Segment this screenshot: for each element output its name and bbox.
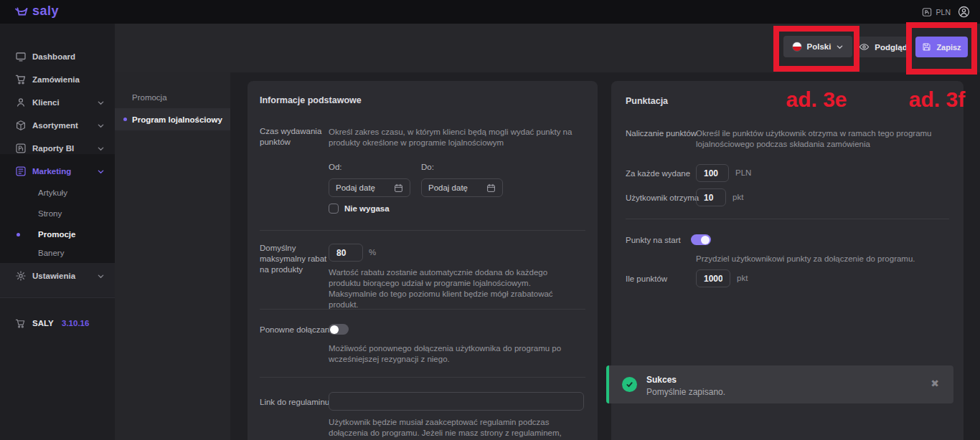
sidebar-item-marketing[interactable]: Marketing	[0, 160, 115, 183]
divider	[260, 309, 585, 310]
date-placeholder: Podaj datę	[336, 183, 375, 192]
spent-suffix: PLN	[735, 168, 751, 177]
poland-flag-icon	[792, 42, 802, 52]
sidebar-item-label: Zamówienia	[32, 75, 80, 84]
receive-suffix: pkt	[732, 193, 743, 201]
logo-text: saly	[32, 4, 59, 19]
sidebar-subitem-pages[interactable]: Strony	[0, 204, 115, 224]
never-expires-checkbox[interactable]	[329, 204, 339, 214]
topbar: saly PLN	[0, 0, 980, 24]
success-check-icon	[622, 377, 637, 392]
chevron-down-icon	[97, 99, 105, 107]
active-dot	[17, 233, 20, 236]
discount-input[interactable]	[329, 244, 363, 262]
preview-label: Podgląd	[875, 43, 907, 52]
promotion-subnav: Promocja Program lojalnościowy	[115, 72, 230, 440]
section-title: Punktacja	[626, 96, 668, 106]
sidebar-subitem-articles[interactable]: Artykuły	[0, 183, 115, 203]
chevron-down-icon	[97, 145, 105, 153]
calendar-icon[interactable]	[486, 183, 496, 193]
sidebar-subitem-label: Promocje	[38, 230, 75, 239]
sidebar-subitem-promotions[interactable]: Promocje	[0, 224, 115, 244]
app-window: saly PLN	[0, 0, 980, 440]
language-label: Polski	[807, 42, 831, 51]
floppy-icon	[922, 42, 931, 52]
field-label-terms-link: Link do regulaminu	[260, 397, 329, 408]
toast-message: Pomyślnie zapisano.	[646, 387, 725, 397]
sidebar-item-dashboard[interactable]: Dashboard	[0, 45, 115, 68]
toast-title: Sukces	[646, 375, 677, 385]
preview-button[interactable]: Podgląd	[855, 37, 911, 57]
section-title: Informacje podstawowe	[260, 95, 362, 105]
app-version: 3.10.16	[62, 319, 89, 327]
close-icon[interactable]: ✖	[930, 378, 939, 389]
sidebar-item-reports-bi[interactable]: Raporty BI	[0, 137, 115, 160]
currency-switcher[interactable]: PLN	[922, 7, 951, 17]
billing-icon	[922, 7, 932, 17]
saly-logo[interactable]: saly	[14, 4, 59, 19]
marketing-icon	[15, 166, 27, 177]
divider	[260, 230, 585, 231]
field-description: Określ zakres czasu, w którym klienci bę…	[329, 127, 573, 148]
field-description: Wartość rabatu zostanie automatycznie do…	[329, 267, 576, 310]
field-label-calc: Naliczanie punktów	[626, 128, 697, 139]
calendar-icon[interactable]	[394, 183, 403, 193]
monitor-icon	[15, 51, 27, 62]
sidebar-item-settings[interactable]: Ustawienia	[0, 264, 115, 287]
field-label-start-points: Punkty na start	[626, 235, 681, 246]
cart-icon	[15, 74, 27, 85]
spent-input[interactable]	[696, 164, 729, 182]
how-many-suffix: pkt	[737, 274, 748, 282]
sidebar-item-orders[interactable]: Zamówienia	[0, 68, 115, 91]
topbar-right: PLN	[922, 0, 970, 24]
field-label-issue-time: Czas wydawania punktów	[260, 126, 326, 148]
sidebar-item-label: Klienci	[32, 98, 60, 107]
receive-input[interactable]	[696, 188, 726, 206]
never-expires-label: Nie wygasa	[344, 204, 390, 213]
user-icon[interactable]	[958, 6, 970, 18]
subnav-item-loyalty-program[interactable]: Program lojalnościowy	[115, 108, 230, 130]
divider	[626, 219, 949, 219]
date-to-input[interactable]: Podaj datę	[421, 178, 503, 197]
date-from-input[interactable]: Podaj datę	[329, 178, 410, 197]
sidebar: Dashboard Zamówienia Klienci	[0, 24, 115, 440]
basic-info-card: Informacje podstawowe Czas wydawania pun…	[248, 81, 598, 440]
field-description: Przydziel użytkownikowi punkty za dołącz…	[696, 254, 954, 264]
cart-icon	[15, 318, 26, 329]
save-label: Zapisz	[936, 43, 961, 52]
sidebar-subitem-label: Strony	[38, 209, 62, 218]
annotation-label-3e: ad. 3e	[773, 87, 859, 112]
annotation-label-3f: ad. 3f	[897, 87, 977, 112]
subnav-item-label: Program lojalnościowy	[132, 115, 222, 124]
field-description: Określ ile punktów użytkownik otrzyma w …	[696, 128, 954, 150]
active-dot	[123, 118, 127, 121]
sidebar-item-label: Asortyment	[32, 121, 78, 130]
date-from-label: Od:	[329, 163, 342, 171]
eye-icon	[859, 42, 870, 52]
discount-suffix: %	[369, 248, 376, 257]
sidebar-subitem-label: Artykuły	[38, 188, 67, 197]
field-label-how-many: Ile punktów	[626, 274, 667, 284]
divider	[260, 377, 585, 378]
chevron-down-icon	[97, 272, 105, 280]
date-to-label: Do:	[421, 163, 434, 171]
sidebar-item-clients[interactable]: Klienci	[0, 91, 115, 114]
field-label-rejoin: Ponowne dołączanie	[260, 325, 336, 335]
terms-link-input[interactable]	[329, 392, 584, 411]
save-button[interactable]: Zapisz	[915, 37, 968, 57]
rejoin-toggle[interactable]	[329, 324, 349, 335]
sidebar-item-label: Marketing	[32, 167, 71, 176]
chevron-down-icon	[97, 168, 105, 176]
language-select-button[interactable]: Polski	[783, 36, 852, 57]
sidebar-subitem-banners[interactable]: Banery	[0, 243, 115, 263]
how-many-input[interactable]	[696, 269, 730, 287]
field-label-discount: Domyślny maksymalny rabat na produkty	[260, 243, 329, 275]
field-label-receive: Użytkownik otrzyma	[626, 193, 699, 204]
sidebar-version: SALY 3.10.16	[0, 313, 115, 333]
bi-report-icon	[15, 143, 27, 154]
sidebar-item-assortment[interactable]: Asortyment	[0, 114, 115, 137]
subnav-item-promotion[interactable]: Promocja	[115, 86, 230, 108]
field-description: Możliwość ponownego dołączenia użytkowni…	[329, 343, 573, 365]
date-placeholder: Podaj datę	[428, 183, 468, 192]
start-points-toggle[interactable]	[691, 234, 711, 245]
